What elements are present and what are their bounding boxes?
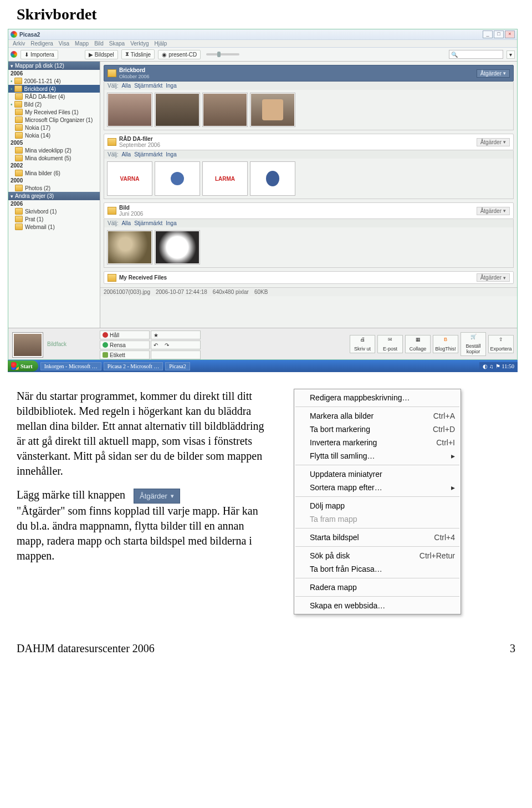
extra-button[interactable] — [151, 350, 201, 359]
start-button[interactable]: Start — [8, 360, 38, 372]
taskbar-task[interactable]: Picasa 2 - Microsoft … — [104, 362, 163, 370]
folder-item[interactable]: Mina videoklipp (2) — [8, 146, 100, 154]
menu-item-update-thumbnails[interactable]: Uppdatera miniatyrer — [294, 467, 461, 481]
menu-item[interactable]: Hjälp — [155, 40, 167, 47]
thumbnail[interactable] — [155, 93, 200, 126]
close-button[interactable]: × — [505, 31, 515, 38]
collage-button[interactable]: ▦Collage — [405, 335, 431, 353]
folder-icon — [15, 208, 23, 215]
select-starred-link[interactable]: Stjärnmärkt — [134, 151, 162, 157]
thumbnail[interactable] — [155, 231, 200, 264]
folder-item[interactable]: Mina bilder (6) — [8, 169, 100, 177]
select-starred-link[interactable]: Stjärnmärkt — [134, 83, 162, 89]
tray-thumbnail[interactable] — [13, 333, 43, 357]
maximize-button[interactable]: □ — [494, 31, 504, 38]
menu-item-search-disk[interactable]: Sök på diskCtrl+Retur — [294, 549, 461, 562]
collapse-button[interactable]: ▾ — [507, 50, 515, 59]
hold-button[interactable]: Håll — [100, 331, 150, 339]
folder-item[interactable]: 2006-11-21 (4) — [8, 77, 100, 85]
select-row: Välj: Alla Stjärnmärkt Inga — [104, 82, 514, 90]
picasa-screenshot: Picasa2 _ □ × Arkiv Redigera Visa Mapp B… — [8, 29, 518, 372]
menu-item[interactable]: Skapa — [109, 40, 125, 47]
folder-icon — [15, 124, 23, 131]
zoom-slider[interactable] — [206, 53, 239, 55]
menu-item-edit-description[interactable]: Redigera mappbeskrivning… — [294, 391, 461, 404]
select-starred-link[interactable]: Stjärnmärkt — [134, 220, 162, 226]
thumbnail[interactable] — [155, 162, 200, 195]
export-button[interactable]: ⇪Exportera — [488, 335, 514, 353]
menu-item[interactable]: Redigera — [30, 40, 53, 47]
thumbnail[interactable] — [203, 93, 247, 126]
menu-item[interactable]: Bild — [94, 40, 104, 47]
label-button[interactable]: Etikett — [100, 350, 150, 359]
select-all-link[interactable]: Alla — [121, 220, 131, 226]
folder-icon — [14, 78, 22, 84]
email-button[interactable]: ✉E-post — [377, 335, 403, 353]
select-none-link[interactable]: Inga — [166, 151, 176, 157]
menu-item-deselect[interactable]: Ta bort markeringCtrl+D — [294, 423, 461, 436]
menu-item[interactable]: Mapp — [75, 40, 89, 47]
folder-item[interactable]: Microsoft Clip Organizer (1) — [8, 116, 100, 124]
thumbnail[interactable]: VARNA — [108, 162, 152, 195]
folder-item[interactable]: Skrivbord (1) — [8, 207, 100, 215]
window-titlebar: Picasa2 _ □ × — [8, 29, 517, 40]
menu-item-show-folder: Ta fram mapp — [294, 512, 461, 526]
menu-item-sort-folder[interactable]: Sortera mapp efter… — [294, 481, 461, 494]
folder-item[interactable]: RÅD DA-filer (4) — [8, 93, 100, 100]
menu-item[interactable]: Verktyg — [130, 40, 149, 47]
select-all-link[interactable]: Alla — [121, 83, 131, 89]
import-button[interactable]: ⬇Importera — [21, 50, 58, 59]
menu-item-delete-folder[interactable]: Radera mapp — [294, 581, 461, 594]
timeline-button[interactable]: ⧗Tidslinje — [121, 49, 155, 59]
sidebar-year: 2005 — [8, 139, 100, 146]
minimize-button[interactable]: _ — [483, 31, 493, 38]
blog-button[interactable]: BBlogThis! — [433, 335, 458, 353]
menu-item[interactable]: Arkiv — [13, 40, 25, 47]
select-none-link[interactable]: Inga — [166, 220, 176, 226]
print-button[interactable]: 🖨Skriv ut — [350, 335, 375, 353]
folder-item[interactable]: Bild (2) — [8, 100, 100, 108]
menu-item[interactable]: Visa — [59, 40, 69, 47]
select-all-link[interactable]: Alla — [121, 151, 131, 157]
system-tray[interactable]: ◐♫⚑11:50 — [479, 362, 518, 370]
sidebar-other-header[interactable]: Andra grejer (3) — [8, 192, 100, 200]
sidebar-folders-header[interactable]: Mappar på disk (12) — [8, 62, 100, 70]
folder-item-selected[interactable]: Brickbord (4) — [8, 85, 100, 93]
gift-cd-button[interactable]: ◉present-CD — [158, 50, 201, 59]
folder-item[interactable]: Mina dokument (5) — [8, 154, 100, 162]
thumbnail[interactable] — [250, 93, 295, 126]
menu-item-create-webpage[interactable]: Skapa en webbsida… — [294, 599, 461, 612]
sidebar-year: 2006 — [8, 200, 100, 207]
menu-item-invert-selection[interactable]: Invertera markeringCtrl+I — [294, 436, 461, 449]
folder-item[interactable]: Photos (2) — [8, 184, 100, 192]
menu-separator — [295, 465, 459, 465]
order-button[interactable]: 🛒Beställ kopior — [461, 332, 486, 356]
folder-item[interactable]: Nokia (14) — [8, 131, 100, 139]
folder-item[interactable]: My Received Files (1) — [8, 108, 100, 116]
album-header: RÅD DA-filerSeptember 2006 Åtgärder — [104, 134, 514, 150]
rotate-buttons[interactable]: ↶ ↷ — [151, 341, 201, 349]
actions-button[interactable]: Åtgärder — [477, 138, 510, 146]
actions-button[interactable]: Åtgärder — [477, 273, 510, 282]
menu-item-move-to-collection[interactable]: Flytta till samling… — [294, 449, 461, 463]
taskbar-task[interactable]: Inkorgen - Microsoft … — [40, 362, 101, 370]
actions-button[interactable]: Åtgärder — [477, 69, 510, 78]
thumbnail[interactable] — [108, 231, 152, 264]
actions-button[interactable]: Åtgärder — [477, 207, 510, 215]
folder-item[interactable]: Prat (1) — [8, 215, 100, 223]
thumbnail[interactable] — [108, 93, 152, 126]
thumbnail[interactable] — [250, 162, 295, 195]
select-none-link[interactable]: Inga — [166, 83, 176, 89]
taskbar-task[interactable]: Picasa2 — [165, 362, 190, 370]
menu-item-hide-folder[interactable]: Dölj mapp — [294, 499, 461, 512]
thumbnail[interactable]: LARMA — [203, 162, 247, 195]
clear-button[interactable]: Rensa — [100, 341, 150, 349]
menu-item-select-all[interactable]: Markera alla bilderCtrl+A — [294, 409, 461, 423]
folder-item[interactable]: Nokia (17) — [8, 124, 100, 131]
slideshow-button[interactable]: ▶Bildspel — [85, 50, 118, 59]
search-input[interactable] — [449, 50, 503, 59]
star-button[interactable]: ★ — [151, 331, 201, 339]
folder-item[interactable]: Webmail (1) — [8, 223, 100, 231]
menu-item-remove-from-picasa[interactable]: Ta bort från Picasa… — [294, 562, 461, 576]
menu-item-start-slideshow[interactable]: Starta bildspelCtrl+4 — [294, 531, 461, 544]
